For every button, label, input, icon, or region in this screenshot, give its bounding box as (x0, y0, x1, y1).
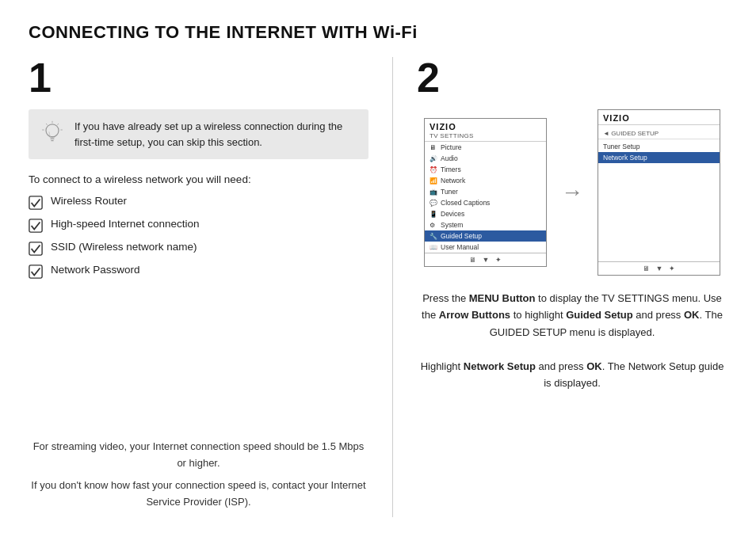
footer-icon-2: ▼ (483, 256, 490, 264)
svg-rect-7 (29, 219, 42, 232)
submenu-back: ◄ GUIDED SETUP (598, 128, 720, 139)
checklist: Wireless Router High-speed Internet conn… (29, 195, 368, 287)
streaming-note-2: If you don't know how fast your connecti… (29, 478, 368, 511)
streaming-note-1: For streaming video, your Internet conne… (29, 439, 368, 472)
footer-icon-1: 🖥 (469, 256, 476, 264)
audio-icon: 🔊 (430, 155, 437, 162)
menu-cc: 💬 Closed Captions (425, 197, 546, 208)
checklist-item-2: High-speed Internet connection (51, 218, 200, 230)
screen2-empty-space (598, 166, 720, 261)
menu-timers: ⏰ Timers (425, 164, 546, 175)
screens-area: VIZIO TV SETTINGS 🖥 Picture 🔊 Audio ⏰ Ti… (417, 109, 727, 276)
screen1-header: VIZIO TV SETTINGS (425, 119, 546, 142)
guided-submenu: ◄ GUIDED SETUP Tuner Setup Network Setup (598, 125, 720, 166)
screen2-header: VIZIO (598, 110, 720, 125)
lightbulb-icon (40, 120, 65, 146)
menu-guided-setup: 🔧 Guided Setup (425, 230, 546, 242)
svg-rect-8 (29, 242, 42, 255)
screen1-menu: 🖥 Picture 🔊 Audio ⏰ Timers 📶 Network 📺 T… (425, 142, 546, 253)
svg-line-4 (46, 124, 48, 125)
footer2-icon-1: 🖥 (643, 265, 650, 272)
step1-number: 1 (29, 57, 368, 98)
tuner-icon: 📺 (430, 188, 437, 196)
menu-network: 📶 Network (425, 175, 546, 186)
list-item: Wireless Router (29, 195, 368, 210)
checkbox-icon (29, 196, 43, 210)
svg-point-0 (46, 124, 59, 137)
svg-rect-9 (29, 265, 42, 278)
svg-line-2 (57, 124, 59, 125)
list-item: Network Password (29, 264, 368, 279)
page-title: CONNECTING TO THE INTERNET WITH Wi-Fi (29, 22, 727, 43)
menu-user-manual: 📖 User Manual (425, 242, 546, 253)
screen2-brand: VIZIO (603, 113, 715, 123)
footer2-icon-3: ✦ (669, 265, 675, 272)
list-item: High-speed Internet connection (29, 218, 368, 233)
screen2-footer: 🖥 ▼ ✦ (598, 261, 720, 275)
info-box-text: If you have already set up a wireless co… (74, 119, 357, 150)
checklist-item-1: Wireless Router (51, 195, 127, 207)
screen1-footer: 🖥 ▼ ✦ (425, 253, 546, 266)
menu-tuner-setup: Tuner Setup (598, 141, 720, 152)
footer2-icon-2: ▼ (656, 265, 663, 272)
page: CONNECTING TO THE INTERNET WITH Wi-Fi 1 (0, 0, 756, 533)
svg-rect-6 (29, 196, 42, 209)
streaming-notes: For streaming video, your Internet conne… (29, 423, 368, 517)
screen1-brand: VIZIO (430, 122, 541, 131)
menu-devices: 📱 Devices (425, 208, 546, 219)
guided-setup-icon: 🔧 (430, 233, 437, 240)
tv-settings-screen: VIZIO TV SETTINGS 🖥 Picture 🔊 Audio ⏰ Ti… (424, 118, 547, 267)
columns: 1 If you have already set up a wirel (29, 57, 727, 517)
network-icon: 📶 (430, 177, 437, 185)
checkbox-icon (29, 265, 43, 279)
col-left: 1 If you have already set up a wirel (29, 57, 393, 517)
menu-system: ⚙ System (425, 219, 546, 230)
footer-icon-3: ✦ (495, 256, 502, 264)
description-para-1: Press the MENU Button to display the TV … (417, 290, 727, 341)
col-right: 2 VIZIO TV SETTINGS 🖥 Picture 🔊 Audio ⏰ … (393, 57, 727, 517)
arrow-right-icon: → (561, 180, 583, 205)
checkbox-icon (29, 219, 43, 233)
description-para-2: Highlight Network Setup and press OK. Th… (417, 358, 727, 392)
timers-icon: ⏰ (430, 166, 437, 173)
manual-icon: 📖 (430, 244, 437, 251)
step2-number: 2 (417, 57, 727, 98)
needs-title: To connect to a wireless network you wil… (29, 173, 368, 185)
screen1-subtitle: TV SETTINGS (430, 132, 541, 139)
picture-icon: 🖥 (430, 144, 437, 151)
info-box: If you have already set up a wireless co… (29, 109, 368, 159)
checklist-item-4: Network Password (51, 264, 140, 276)
menu-tuner: 📺 Tuner (425, 186, 546, 197)
step2-description: Press the MENU Button to display the TV … (417, 290, 727, 392)
checklist-item-3: SSID (Wireless network name) (51, 241, 197, 253)
menu-network-setup: Network Setup (598, 152, 720, 163)
system-icon: ⚙ (430, 222, 437, 229)
guided-setup-screen: VIZIO ◄ GUIDED SETUP Tuner Setup Network… (598, 109, 720, 276)
checkbox-icon (29, 242, 43, 256)
devices-icon: 📱 (430, 211, 437, 218)
menu-picture: 🖥 Picture (425, 142, 546, 153)
cc-icon: 💬 (430, 200, 437, 207)
menu-audio: 🔊 Audio (425, 153, 546, 164)
list-item: SSID (Wireless network name) (29, 241, 368, 256)
